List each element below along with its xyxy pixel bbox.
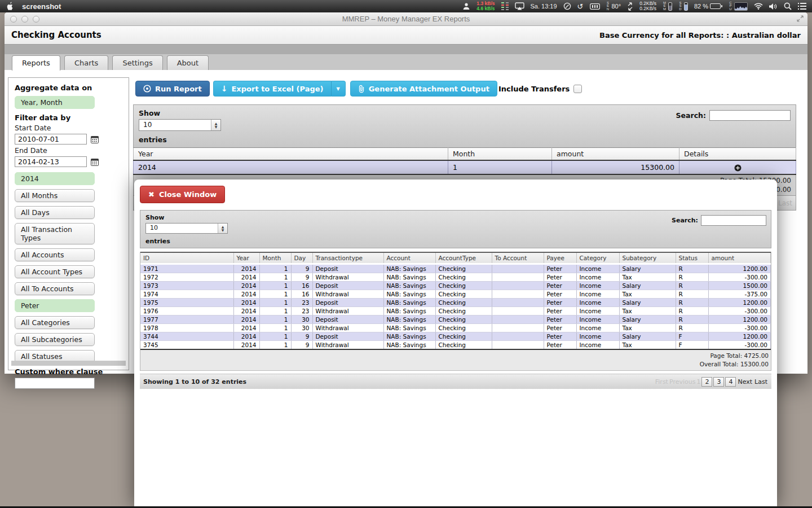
page-4-button[interactable]: 4: [725, 377, 736, 387]
cell-category: Income: [576, 332, 619, 341]
filter-button[interactable]: All Accounts: [15, 248, 95, 261]
export-options-dropdown-button[interactable]: ▼: [331, 81, 346, 97]
col-id[interactable]: ID: [140, 252, 233, 264]
updown-arrows-icon[interactable]: [627, 2, 633, 11]
volume-icon[interactable]: [769, 3, 778, 10]
include-transfers-checkbox[interactable]: [573, 85, 582, 93]
filter-button[interactable]: All Months: [15, 189, 95, 202]
sidebar-horizontal-scrollbar[interactable]: [11, 361, 126, 366]
zoom-window-light[interactable]: [33, 16, 39, 23]
page-3-button[interactable]: 3: [713, 377, 724, 387]
col-subcategory[interactable]: Subategory: [619, 252, 676, 264]
filter-button[interactable]: All Transaction Types: [15, 223, 95, 244]
end-date-input[interactable]: [15, 156, 87, 167]
network-speed-indicator[interactable]: 1.3 kB/s4.6 kB/s: [476, 1, 495, 11]
memory-indicator[interactable]: MEM: [663, 2, 672, 11]
apple-menu-icon[interactable]: [6, 2, 13, 11]
col-details[interactable]: Details: [679, 148, 796, 161]
aggregate-value-button[interactable]: Year, Month: [15, 96, 95, 109]
filter-button[interactable]: All Categories: [15, 316, 95, 329]
page-last[interactable]: Last: [754, 378, 767, 386]
page-first[interactable]: First: [655, 378, 668, 386]
filter-button[interactable]: All Days: [15, 206, 95, 219]
ssd-indicator[interactable]: SSD: [678, 2, 688, 11]
transaction-details-modal: ✖ Close Window Show 10 ▲▼ entries Search…: [134, 179, 777, 508]
battery-indicator[interactable]: 82 %: [694, 3, 722, 10]
modal-search-input[interactable]: [701, 215, 766, 226]
cell-category: Income: [576, 299, 619, 307]
tab-settings[interactable]: Settings: [112, 55, 162, 70]
page-next[interactable]: Next: [738, 378, 752, 386]
end-date-calendar-icon[interactable]: [91, 158, 99, 166]
filter-button[interactable]: 2014: [15, 172, 95, 185]
cell-month: 1: [259, 273, 291, 282]
col-amount[interactable]: amount: [552, 148, 679, 161]
col-amount[interactable]: amount: [708, 252, 771, 264]
cell-account-type: Checking: [435, 299, 492, 307]
col-year[interactable]: Year: [134, 148, 448, 161]
page-length-select[interactable]: 10 ▲▼: [139, 119, 221, 131]
col-year[interactable]: Year: [233, 252, 259, 264]
export-excel-button[interactable]: ↓ Export to Excel (Page): [213, 81, 331, 97]
close-window-button[interactable]: ✖ Close Window: [140, 186, 225, 203]
start-date-input[interactable]: [15, 134, 87, 144]
col-status[interactable]: Status: [676, 252, 708, 264]
cell-month: 1: [259, 282, 291, 290]
plus-circle-icon[interactable]: [734, 164, 742, 172]
col-accounttype[interactable]: AccountType: [435, 252, 492, 264]
cell-type: Deposit: [312, 264, 383, 273]
col-day[interactable]: Day: [291, 252, 312, 264]
fullscreen-resize-icon[interactable]: [797, 15, 804, 22]
airplay-display-icon[interactable]: [515, 2, 524, 10]
time-machine-icon[interactable]: ↺: [577, 3, 584, 10]
cell-account-type: Checking: [435, 290, 492, 299]
summary-row[interactable]: 2014 1 15300.00: [134, 160, 796, 174]
col-transactiontype[interactable]: Transactiontype: [312, 252, 383, 264]
cell-month: 1: [259, 332, 291, 341]
summary-search-input[interactable]: [709, 110, 791, 121]
bandwidth-bars-icon[interactable]: [501, 2, 509, 11]
user-switch-icon[interactable]: [462, 2, 470, 10]
keyboard-icon[interactable]: [590, 3, 600, 10]
filter-button[interactable]: All To Accounts: [15, 282, 95, 295]
col-category[interactable]: Category: [576, 252, 619, 264]
active-app-name[interactable]: screenshot: [22, 2, 61, 11]
spinner-arrows-icon[interactable]: ▲▼: [211, 120, 220, 130]
notification-list-icon[interactable]: [798, 3, 806, 10]
transaction-row: 3744 2014 1 9 Deposit NAB: Savings Check…: [140, 332, 771, 341]
minimize-window-light[interactable]: [21, 16, 28, 23]
disk-io-indicator[interactable]: 0.2KB/s0.2KB/s: [639, 1, 656, 11]
summary-page-last[interactable]: Last: [778, 199, 792, 207]
custom-where-input[interactable]: [15, 378, 95, 389]
modal-page-length-select[interactable]: 10 ▲▼: [145, 223, 228, 234]
filter-button[interactable]: All Subcategories: [15, 333, 95, 346]
close-window-light[interactable]: [10, 16, 17, 23]
gauge-icon[interactable]: [563, 2, 571, 10]
wifi-icon[interactable]: [754, 3, 763, 10]
page-2-button[interactable]: 2: [701, 377, 712, 387]
col-payee[interactable]: Payee: [544, 252, 576, 264]
tab-about[interactable]: About: [167, 55, 209, 70]
col-month[interactable]: Month: [259, 252, 291, 264]
page-previous[interactable]: Previous: [669, 378, 696, 386]
cpu-indicator[interactable]: CPU: [729, 2, 748, 11]
col-account[interactable]: Account: [383, 252, 435, 264]
run-report-button[interactable]: Run Report: [135, 81, 210, 97]
generate-attachment-button[interactable]: Generate Attachment Output: [350, 81, 497, 97]
col-to-account[interactable]: To Account: [492, 252, 544, 264]
cell-account: NAB: Savings: [383, 299, 435, 307]
tab-charts[interactable]: Charts: [64, 55, 109, 70]
menu-bar-clock[interactable]: Sa. 13:19: [531, 3, 557, 10]
filter-button[interactable]: All Account Types: [15, 265, 95, 278]
tab-reports[interactable]: Reports: [12, 55, 60, 71]
filter-button[interactable]: Peter: [15, 299, 95, 312]
window-titlebar[interactable]: MMREP – Money Manager EX Reports: [5, 12, 807, 26]
summary-header-row: Year Month amount Details: [134, 148, 796, 161]
start-date-calendar-icon[interactable]: [91, 135, 99, 143]
temperature-sensor-indicator[interactable]: SEN 80°: [606, 2, 621, 11]
cell-category: Income: [576, 341, 619, 350]
col-month[interactable]: Month: [448, 148, 552, 161]
spotlight-search-icon[interactable]: [784, 2, 792, 10]
cell-account-type: Checking: [435, 341, 492, 350]
modal-spinner-arrows-icon[interactable]: ▲▼: [218, 224, 227, 233]
